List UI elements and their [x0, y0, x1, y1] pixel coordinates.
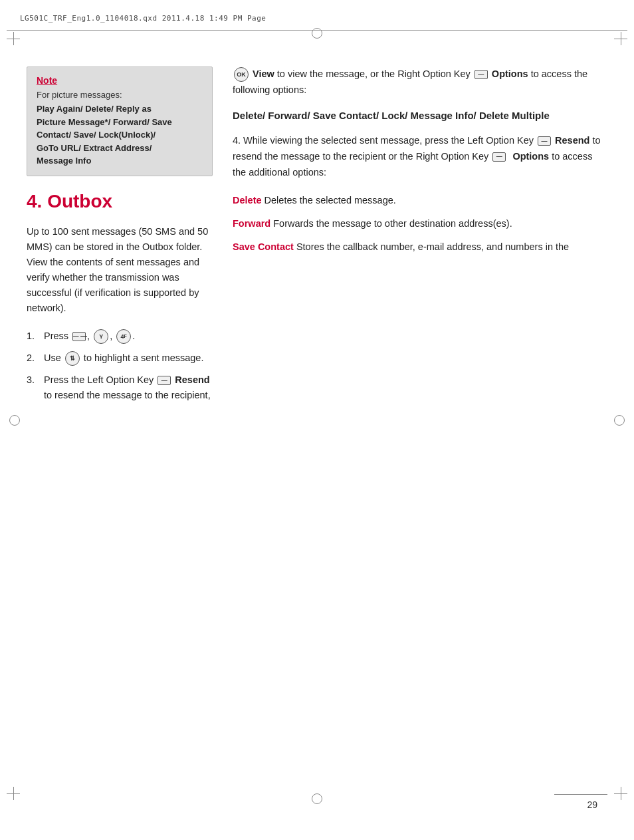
bottom-line — [554, 794, 607, 795]
page-number: 29 — [587, 799, 597, 810]
header-bar: LG501C_TRF_Eng1.0_1104018.qxd 2011.4.18 … — [7, 7, 627, 31]
step-2-num: 2. — [27, 350, 40, 366]
section-body: Up to 100 sent messages (50 SMS and 50 M… — [27, 224, 213, 317]
item-4-para: 4. While viewing the selected sent messa… — [233, 133, 607, 181]
key-nav-icon: ⇅ — [65, 351, 80, 366]
content-area: Note For picture messages: Play Again/ D… — [27, 33, 607, 787]
menu-options: Delete/ Forward/ Save Contact/ Lock/ Mes… — [233, 108, 607, 124]
ok-view-para: OK View to view the message, or the Righ… — [233, 67, 607, 98]
section-heading: 4. Outbox — [27, 191, 213, 212]
key-4-icon: 4F — [116, 329, 131, 344]
step-3-content: Press the Left Option Key — Resend to re… — [44, 372, 213, 403]
key-right-option-icon-1: — — [475, 70, 488, 79]
key-left-option-icon-2: — — [538, 136, 551, 146]
center-circle-left — [9, 415, 20, 426]
note-body: Play Again/ Delete/ Reply asPicture Mess… — [37, 102, 203, 168]
term-save-contact: Save Contact — [233, 241, 294, 252]
header-filename: LG501C_TRF_Eng1.0_1104018.qxd 2011.4.18 … — [20, 14, 266, 23]
step-2-content: Use ⇅ to highlight a sent message. — [44, 350, 213, 366]
desc-forward: Forward Forwards the message to other de… — [233, 216, 607, 231]
note-box: Note For picture messages: Play Again/ D… — [27, 67, 213, 176]
steps-list: 1. Press — , Y, 4F. 2. Use ⇅ to highligh… — [27, 329, 213, 404]
right-column: OK View to view the message, or the Righ… — [233, 67, 607, 787]
step-1-num: 1. — [27, 329, 40, 344]
key-left-option-icon: — — [158, 376, 171, 385]
step-1-content: Press — , Y, 4F. — [44, 329, 213, 344]
key-y-icon: Y — [94, 329, 108, 344]
left-column: Note For picture messages: Play Again/ D… — [27, 67, 213, 787]
key-right-option-icon-2: — — [492, 152, 506, 162]
step-1: 1. Press — , Y, 4F. — [27, 329, 213, 344]
reg-mark-bottom-left — [7, 787, 20, 800]
step-3-num: 3. — [27, 372, 40, 388]
reg-mark-bottom-right — [614, 787, 627, 800]
center-circle-right — [614, 415, 625, 426]
step-2: 2. Use ⇅ to highlight a sent message. — [27, 350, 213, 366]
center-circle-bottom — [312, 793, 322, 804]
note-title: Note — [37, 75, 203, 86]
reg-mark-top-right — [614, 32, 627, 45]
desc-save-contact: Save Contact Stores the callback number,… — [233, 239, 607, 255]
key-ok-icon: OK — [234, 67, 249, 82]
note-subtitle: For picture messages: — [37, 90, 203, 100]
key-minus-icon: — — [72, 332, 86, 341]
desc-delete: Delete Deletes the selected message. — [233, 193, 607, 208]
term-delete: Delete — [233, 195, 262, 206]
descriptions-block: Delete Deletes the selected message. For… — [233, 193, 607, 255]
reg-mark-top-left — [7, 32, 20, 45]
term-forward: Forward — [233, 218, 270, 229]
step-3: 3. Press the Left Option Key — Resend to… — [27, 372, 213, 403]
